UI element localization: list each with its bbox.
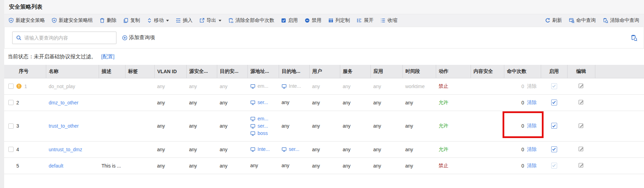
enabled-checkbox[interactable]: [551, 100, 557, 105]
cell-hits: 0清除: [504, 141, 541, 157]
edit-button[interactable]: [578, 99, 584, 105]
policy-row-untrust_to_dmz: 4untrust_to_dmzanyanyanyInte...ser...any…: [4, 141, 644, 157]
edit-button[interactable]: [578, 122, 584, 129]
col-name: 名称: [46, 65, 99, 78]
clear-hit-query-button[interactable]: 清除命中查询: [603, 17, 639, 24]
new-policy-button[interactable]: 新建安全策略: [8, 17, 45, 24]
monitor-icon: [282, 147, 287, 152]
cell-tag: [125, 78, 154, 94]
enabled-checkbox[interactable]: [551, 163, 557, 169]
cell-edit: [567, 94, 595, 111]
hit-count-value: 0: [521, 100, 524, 105]
copy-button[interactable]: 复制: [123, 17, 140, 24]
row-checkbox[interactable]: [8, 123, 14, 129]
cell-src-addr: ser...: [247, 94, 279, 111]
address-value: any: [282, 122, 307, 130]
clear-hits-link[interactable]: 清除: [527, 163, 537, 169]
edit-button[interactable]: [578, 146, 584, 152]
cell-edit: [567, 78, 595, 94]
clear-hits-link[interactable]: 清除: [527, 83, 537, 89]
address-object-link[interactable]: ser...: [282, 146, 307, 153]
cell-content-security: [471, 157, 504, 174]
hit-query-icon: [569, 18, 574, 23]
cell-dst-addr: any: [279, 94, 309, 111]
toolbar-right-group: 刷新命中查询清除命中查询: [538, 17, 639, 24]
disable-button[interactable]: 禁用: [304, 17, 321, 24]
clear-all-hits-button[interactable]: 00清除全部命中次数: [228, 17, 274, 24]
address-object-link[interactable]: ser...: [250, 99, 276, 106]
col-filler: [595, 65, 644, 78]
column-customize-button[interactable]: 列定制: [328, 17, 350, 24]
collapse-button[interactable]: 收缩: [380, 17, 397, 24]
clear-hits-link[interactable]: 清除: [527, 100, 537, 106]
policy-name-link[interactable]: dmz_to_other: [49, 100, 79, 105]
insert-button-label: 插入: [183, 17, 193, 24]
cell-hits: 0清除: [504, 157, 541, 174]
action-value: 允许: [439, 100, 448, 105]
col-enabled: 启用: [541, 65, 567, 78]
refresh-button-label: 刷新: [552, 17, 562, 24]
new-policy-group-button[interactable]: 新建安全策略组: [51, 17, 93, 24]
collapse-button-label: 收缩: [388, 17, 397, 24]
address-object-link[interactable]: Inte...: [250, 146, 276, 153]
address-object-link[interactable]: boss: [250, 130, 276, 137]
address-text: any: [282, 122, 290, 130]
export-button[interactable]: 导出: [199, 17, 221, 24]
row-checkbox[interactable]: [8, 100, 14, 105]
policy-name-link[interactable]: untrust_to_dmz: [49, 147, 82, 152]
insert-button[interactable]: 插入: [176, 17, 193, 24]
address-object-link[interactable]: ser...: [250, 122, 276, 130]
row-checkbox[interactable]: [8, 84, 14, 89]
enable-button[interactable]: 启用: [281, 17, 298, 24]
clear-hit-query-corner-icon[interactable]: [630, 34, 637, 41]
status-text: 未开启基础协议报文过滤。: [34, 53, 96, 60]
sequence-number: 2: [16, 100, 19, 105]
cell-seq: 3: [4, 111, 46, 141]
address-text: ser...: [258, 122, 268, 130]
caret-down-icon: [166, 20, 169, 22]
enabled-checkbox[interactable]: [551, 123, 557, 129]
address-value: any: [250, 162, 276, 169]
cell-service: any: [340, 78, 370, 94]
expand-button[interactable]: 展开: [357, 17, 374, 24]
clear-hits-link[interactable]: 清除: [527, 146, 537, 153]
address-object-link[interactable]: em...: [250, 115, 276, 122]
address-object-link[interactable]: em...: [250, 83, 276, 90]
cell-edit: [567, 111, 595, 141]
cell-vlan: any: [154, 157, 186, 174]
edit-button[interactable]: [578, 83, 584, 89]
cell-time: any: [402, 157, 436, 174]
row-checkbox[interactable]: [8, 147, 14, 152]
shield-plus-icon: [51, 18, 57, 23]
policy-name-link[interactable]: do_not_play: [49, 84, 75, 89]
cell-enabled: [541, 94, 567, 111]
cell-user: any: [309, 94, 340, 111]
address-object-link[interactable]: Inte...: [282, 83, 307, 90]
configure-link[interactable]: [配置]: [101, 53, 114, 60]
refresh-button[interactable]: 刷新: [545, 17, 562, 24]
hit-query-button[interactable]: 命中查询: [569, 17, 596, 24]
policy-name-link[interactable]: trust_to_other: [49, 123, 79, 129]
edit-button[interactable]: [578, 162, 584, 168]
add-query-button[interactable]: 添加查询项: [122, 34, 155, 41]
clear-hits-link[interactable]: 清除: [527, 123, 537, 129]
clear-all-hits-button-label: 清除全部命中次数: [235, 17, 274, 24]
security-policy-page: 安全策略列表 新建安全策略新建安全策略组删除复制移动插入导出00清除全部命中次数…: [4, 0, 644, 188]
enabled-checkbox[interactable]: [551, 146, 557, 152]
search-box[interactable]: [12, 32, 116, 44]
disable-button-label: 禁用: [312, 17, 321, 24]
delete-button[interactable]: 删除: [99, 17, 116, 24]
hit-count-value: 0: [521, 163, 524, 169]
enabled-checkbox[interactable]: [551, 83, 557, 89]
policy-name-link[interactable]: default: [49, 163, 63, 169]
cell-dst-zone: any: [217, 141, 247, 157]
search-input[interactable]: [24, 35, 113, 41]
policy-row-trust_to_other: 3trust_to_otheranyanyanyem...ser...bossa…: [4, 111, 644, 141]
cell-user: any: [309, 78, 340, 94]
col-action: 动作: [436, 65, 471, 78]
cell-src-addr: em...ser...boss: [247, 111, 279, 141]
expand-icon: [357, 18, 362, 23]
move-button[interactable]: 移动: [147, 17, 169, 24]
collapse-icon: [380, 18, 386, 23]
cell-vlan: any: [154, 78, 186, 94]
